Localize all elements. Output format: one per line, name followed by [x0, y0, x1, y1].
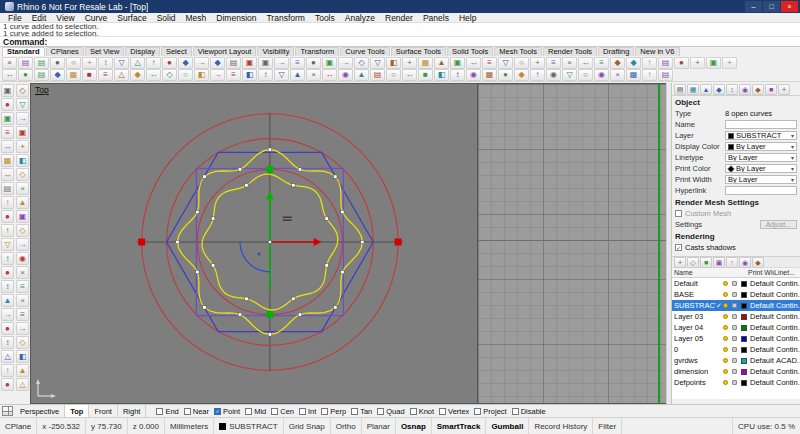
- free-form-curve-icon[interactable]: ▦: [66, 69, 81, 81]
- minimize-button[interactable]: –: [745, 1, 762, 12]
- split-icon[interactable]: ▦: [418, 57, 433, 69]
- lock-popup-icon[interactable]: ●: [1, 210, 14, 223]
- layer-row-layer-03[interactable]: Layer 03DefaultContin...: [672, 311, 800, 322]
- toolbar-tab-cplanes[interactable]: CPlanes: [46, 47, 84, 56]
- layer-row-gvrdws[interactable]: gvrdwsDefaultACAD...: [672, 355, 800, 366]
- menu-tools[interactable]: Tools: [310, 13, 340, 23]
- osnap-checkbox-project[interactable]: [474, 408, 481, 415]
- layer-lock-toggle[interactable]: [732, 303, 741, 308]
- layer-color-swatch[interactable]: [741, 314, 750, 320]
- control-point[interactable]: [245, 297, 248, 300]
- control-point[interactable]: [341, 270, 344, 273]
- copy-icon[interactable]: ▽: [114, 57, 129, 69]
- adjust-button[interactable]: Adjust...: [760, 220, 797, 229]
- blue-arc[interactable]: [240, 242, 270, 272]
- control-point[interactable]: [211, 264, 214, 267]
- toolbar-tab-solid-tools[interactable]: Solid Tools: [447, 47, 493, 56]
- arc-popup-icon[interactable]: ▽: [1, 238, 14, 251]
- properties-tab-icon[interactable]: ▤: [674, 84, 686, 95]
- layer-lock-toggle[interactable]: [732, 358, 741, 363]
- point-popup-icon[interactable]: ≡: [16, 308, 29, 321]
- named-view-popup-icon[interactable]: ▲: [16, 364, 29, 377]
- arc-3pt-icon[interactable]: ↔: [146, 69, 161, 81]
- layer-visibility-toggle[interactable]: [723, 336, 732, 341]
- menu-curve[interactable]: Curve: [80, 13, 113, 23]
- pan-view-icon[interactable]: ◆: [626, 57, 641, 69]
- layer-visibility-toggle[interactable]: [723, 369, 732, 374]
- osnap-quad[interactable]: Quad: [377, 407, 404, 416]
- osnap-int[interactable]: Int: [299, 407, 316, 416]
- menu-transform[interactable]: Transform: [261, 13, 309, 23]
- sweep-2-rails-icon[interactable]: ↕: [450, 69, 465, 81]
- extend-popup-icon[interactable]: ◧: [16, 154, 29, 167]
- layer-row-default[interactable]: DefaultDefaultContin...: [672, 278, 800, 289]
- join-icon[interactable]: ▽: [370, 57, 385, 69]
- layer-print-width[interactable]: Default: [750, 356, 776, 365]
- layers-tab-icon[interactable]: ▦: [687, 84, 699, 95]
- menu-surface[interactable]: Surface: [112, 13, 151, 23]
- loft-icon[interactable]: ○: [386, 69, 401, 81]
- render-popup-icon[interactable]: ◇: [16, 336, 29, 349]
- toolbar-tab-drafting[interactable]: Drafting: [598, 47, 634, 56]
- line-icon[interactable]: ▤: [34, 69, 49, 81]
- curve-popup-icon[interactable]: ↑: [1, 224, 14, 237]
- arc-icon[interactable]: ◆: [130, 69, 145, 81]
- tube-icon[interactable]: ○: [578, 69, 593, 81]
- boolean-intersection-icon[interactable]: ▦: [626, 69, 641, 81]
- dimension-icon[interactable]: ▤: [658, 69, 673, 81]
- osnap-end[interactable]: End: [156, 407, 178, 416]
- extrude-curve-icon[interactable]: ◉: [466, 69, 481, 81]
- control-point[interactable]: [325, 217, 328, 220]
- layer-lock-toggle[interactable]: [732, 325, 741, 330]
- explode-icon[interactable]: ◧: [386, 57, 401, 69]
- layer-lock-toggle[interactable]: [732, 314, 741, 319]
- control-point[interactable]: [196, 270, 199, 273]
- join-icon[interactable]: ▤: [1, 182, 14, 195]
- menu-help[interactable]: Help: [454, 13, 481, 23]
- sun-tab-icon[interactable]: ■: [765, 84, 777, 95]
- layer-linetype[interactable]: ACAD...: [776, 356, 800, 365]
- menu-dimension[interactable]: Dimension: [211, 13, 261, 23]
- rail-revolve-icon[interactable]: ■: [418, 69, 433, 81]
- render-preview-icon[interactable]: +: [690, 57, 705, 69]
- offset-icon[interactable]: ≡: [482, 57, 497, 69]
- layer-color-swatch[interactable]: [741, 292, 750, 298]
- offset-popup-icon[interactable]: ◇: [16, 168, 29, 181]
- rectangle-icon[interactable]: ○: [178, 69, 193, 81]
- orient-popup-icon[interactable]: ↔: [1, 140, 14, 153]
- notes-tab-icon[interactable]: +: [778, 84, 790, 95]
- blend-curve-icon[interactable]: ▲: [290, 69, 305, 81]
- control-point[interactable]: [361, 240, 364, 243]
- extrude-popup-icon[interactable]: ×: [16, 266, 29, 279]
- search-layers-icon[interactable]: ◆: [752, 257, 764, 268]
- explode-popup-icon[interactable]: ×: [16, 182, 29, 195]
- control-point[interactable]: [203, 306, 206, 309]
- green-point-bottom[interactable]: [266, 311, 273, 318]
- menu-view[interactable]: View: [51, 13, 79, 23]
- undo-icon[interactable]: ○: [66, 57, 81, 69]
- analyze-popup-icon[interactable]: ↕: [1, 336, 14, 349]
- materials-tab-icon[interactable]: ◉: [739, 84, 751, 95]
- y-coordinate-pane[interactable]: y 75.730: [86, 418, 128, 434]
- osnap-checkbox-disable[interactable]: [512, 408, 519, 415]
- menu-edit[interactable]: Edit: [27, 13, 52, 23]
- close-button[interactable]: ×: [781, 1, 798, 12]
- osnap-vertex[interactable]: Vertex: [439, 407, 469, 416]
- x-coordinate-pane[interactable]: x -250.532: [37, 418, 86, 434]
- custom-mesh-checkbox[interactable]: [675, 210, 682, 217]
- menu-mesh[interactable]: Mesh: [181, 13, 212, 23]
- layer-visibility-toggle[interactable]: [723, 303, 732, 308]
- toolbar-tab-select[interactable]: Select: [161, 47, 192, 56]
- circle-icon[interactable]: ≡: [98, 69, 113, 81]
- drape-icon[interactable]: ●: [498, 69, 513, 81]
- visibility-popup-icon[interactable]: ▲: [16, 196, 29, 209]
- array-popup-icon[interactable]: ▣: [16, 126, 29, 139]
- new-layer-icon[interactable]: +: [674, 257, 686, 268]
- boolean-popup-icon[interactable]: ×: [16, 294, 29, 307]
- rotate-icon[interactable]: ▣: [1, 112, 14, 125]
- control-point[interactable]: [176, 240, 179, 243]
- offset-curve-icon[interactable]: ◧: [242, 69, 257, 81]
- control-point[interactable]: [298, 313, 301, 316]
- osnap-checkbox-point[interactable]: ✓: [214, 408, 221, 415]
- transform-popup-icon[interactable]: △: [1, 350, 14, 363]
